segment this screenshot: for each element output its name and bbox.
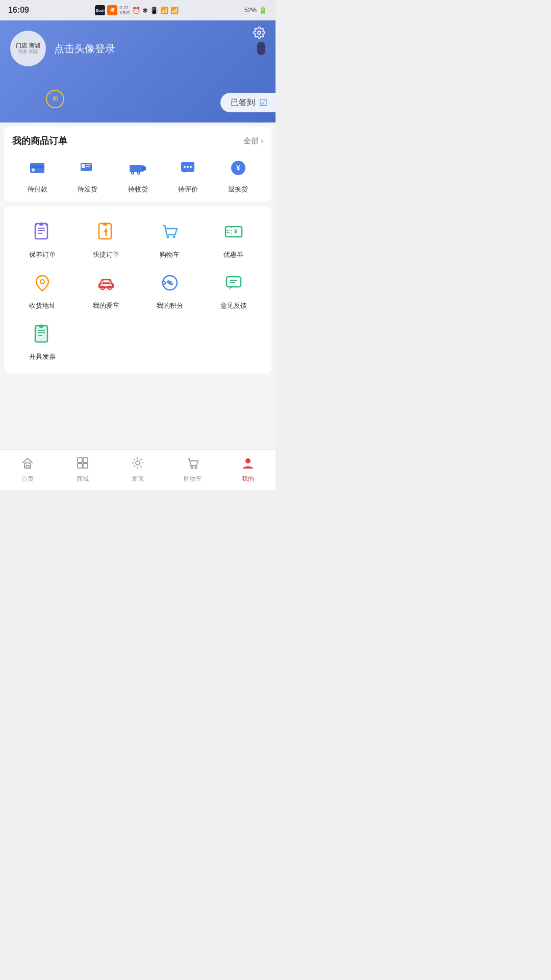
svg-text:¥: ¥: [234, 228, 237, 234]
login-prompt[interactable]: 点击头像登录: [54, 42, 245, 56]
svg-point-32: [166, 236, 169, 238]
nav-mine[interactable]: 我的: [220, 452, 276, 487]
invoice-label: 开具发票: [29, 352, 56, 361]
nav-mall-label: 商城: [77, 475, 89, 483]
settings-button[interactable]: [253, 27, 265, 42]
svg-rect-29: [103, 223, 107, 226]
mine-icon: [241, 456, 255, 473]
my-car-label: 我的爱车: [93, 301, 119, 310]
points-badge[interactable]: 积: [46, 90, 64, 108]
feature-shopping-cart[interactable]: 购物车: [140, 218, 199, 259]
svg-text:¥: ¥: [236, 164, 240, 172]
order-pending-ship[interactable]: 待发货: [62, 155, 112, 194]
status-right: 52% 🔋: [244, 6, 267, 14]
svg-rect-52: [35, 326, 47, 342]
invoice-icon: [29, 321, 56, 347]
svg-point-44: [109, 287, 110, 289]
feature-coupon[interactable]: ¥ 优惠券: [204, 218, 263, 259]
profile-row: 门店 商城 商务 学院 点击头像登录: [10, 31, 265, 66]
main-content[interactable]: 门店 商城 商务 学院 点击头像登录 积 已签到 ☑ 我的商品订单 全部 ›: [0, 20, 276, 449]
svg-point-3: [32, 168, 35, 172]
signed-button[interactable]: 已签到 ☑: [220, 93, 276, 112]
svg-line-69: [134, 459, 135, 460]
nav-discover[interactable]: 发现: [110, 452, 165, 487]
order-icons-row: 待付款 待发货: [12, 155, 263, 194]
feature-my-points[interactable]: 积 我的积分: [140, 270, 199, 310]
svg-point-64: [136, 461, 140, 465]
profile-header: 门店 商城 商务 学院 点击头像登录 积 已签到 ☑: [0, 20, 276, 122]
svg-text:积: 积: [167, 281, 172, 286]
pill-decoration: [257, 42, 265, 55]
svg-point-26: [45, 224, 47, 226]
feature-shipping-address[interactable]: 收货地址: [12, 270, 72, 310]
nav-cart-label: 购物车: [184, 475, 202, 483]
svg-point-74: [195, 467, 197, 469]
svg-point-13: [138, 173, 140, 174]
svg-point-16: [187, 166, 189, 168]
nav-cart[interactable]: 购物车: [165, 452, 220, 487]
order-pending-receive[interactable]: 待收货: [113, 155, 163, 194]
svg-line-70: [141, 466, 142, 468]
express-order-icon: [93, 218, 119, 245]
svg-rect-6: [86, 164, 91, 165]
status-time: 16:09: [8, 6, 29, 15]
svg-rect-48: [227, 277, 241, 287]
svg-point-12: [132, 173, 134, 174]
battery-percent: 52%: [244, 7, 257, 14]
order-return[interactable]: ¥ 退换货: [213, 155, 263, 194]
orders-more-button[interactable]: 全部 ›: [243, 136, 263, 146]
orders-card: 我的商品订单 全部 › 待付款: [4, 127, 271, 202]
svg-point-25: [35, 224, 37, 226]
svg-rect-27: [39, 223, 43, 226]
pending-review-label: 待评价: [178, 185, 198, 194]
svg-point-17: [190, 166, 192, 168]
alarm-icon: ⏰: [132, 7, 140, 14]
my-points-label: 我的积分: [157, 301, 183, 310]
home-icon: [21, 456, 34, 473]
svg-line-71: [141, 459, 142, 460]
return-icon: ¥: [226, 155, 251, 181]
orders-more-label: 全部: [243, 136, 259, 146]
cart-nav-icon: [186, 456, 199, 473]
features-card: 保养订单 快捷订单: [4, 206, 271, 374]
svg-rect-2: [30, 165, 44, 168]
svg-point-75: [245, 458, 251, 463]
vibrate-icon: 📳: [150, 7, 158, 14]
chat-app-icon: 橙: [107, 5, 117, 15]
svg-rect-62: [78, 463, 82, 468]
feedback-icon: [220, 270, 247, 296]
signal-icon: 📶: [160, 7, 168, 14]
orders-header: 我的商品订单 全部 ›: [12, 135, 263, 147]
feature-express-order[interactable]: 快捷订单: [76, 218, 136, 259]
check-icon: ☑: [259, 97, 267, 108]
shopping-cart-label: 购物车: [160, 250, 180, 259]
coupon-label: 优惠券: [223, 250, 243, 259]
order-pending-payment[interactable]: 待付款: [12, 155, 62, 194]
mall-icon: [76, 456, 89, 473]
svg-point-0: [258, 31, 261, 34]
soul-app-icon: Soul: [95, 5, 105, 15]
svg-point-39: [40, 280, 44, 284]
feature-feedback[interactable]: 意见反馈: [204, 270, 263, 310]
svg-point-33: [172, 236, 175, 238]
feature-my-car[interactable]: 我的爱车: [76, 270, 136, 310]
pending-review-icon: [175, 155, 201, 181]
discover-icon: [131, 456, 144, 473]
shipping-address-label: 收货地址: [29, 301, 56, 310]
feature-maintenance-order[interactable]: 保养订单: [12, 218, 72, 259]
coupon-icon: ¥: [220, 218, 247, 245]
my-points-icon: 积: [157, 270, 183, 296]
svg-rect-59: [26, 465, 29, 468]
nav-home-label: 首页: [21, 475, 34, 483]
bottom-nav: 首页 商城 发现: [0, 449, 276, 490]
avatar[interactable]: 门店 商城 商务 学院: [10, 31, 46, 66]
nav-mall[interactable]: 商城: [55, 452, 110, 487]
feature-invoice[interactable]: 开具发票: [12, 321, 72, 361]
bluetooth-icon: ✱: [142, 7, 148, 14]
pending-ship-label: 待发货: [78, 185, 97, 194]
nav-mine-label: 我的: [242, 475, 254, 483]
pending-payment-icon: [24, 155, 50, 181]
order-pending-review[interactable]: 待评价: [163, 155, 213, 194]
nav-home[interactable]: 首页: [0, 452, 55, 487]
svg-rect-8: [130, 165, 142, 172]
